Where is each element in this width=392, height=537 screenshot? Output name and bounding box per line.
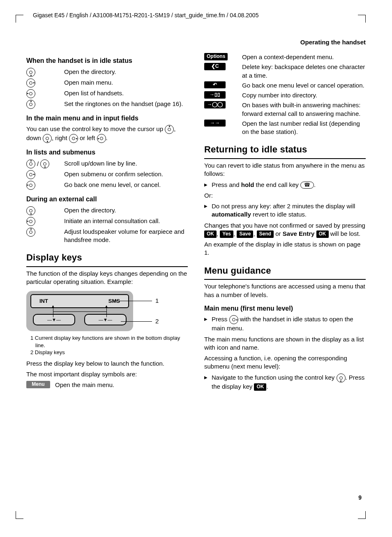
softkey-yes: Yes: [220, 230, 233, 238]
manual-page: Gigaset E45 / English / A31008-M1751-R20…: [0, 0, 392, 537]
softkey-save: Save: [237, 230, 253, 238]
control-key-icon: [69, 134, 78, 143]
t: Do not press any key: after 2 minutes th…: [212, 203, 355, 210]
softkey-send: Send: [257, 230, 274, 238]
header-slug: Gigaset E45 / English / A31008-M1751-R20…: [33, 12, 366, 19]
symbol-list: OptionsOpen a context-dependent menu.❮CD…: [204, 53, 366, 136]
callout-2: 2: [155, 317, 159, 325]
sub-idle: When the handset is in idle status: [26, 56, 188, 65]
callout-line: [121, 321, 152, 322]
softkey-ok: OK: [316, 230, 329, 238]
desc: On bases with built-in answering machine…: [242, 101, 366, 118]
control-key-icon: [97, 134, 106, 143]
t: will be lost.: [330, 230, 360, 237]
bullet-list: Press and hold the end call key ☎.: [204, 181, 366, 189]
desc: Go back one menu level, or cancel.: [64, 181, 188, 189]
list-item: Open the directory.: [26, 68, 188, 77]
list-item: →▯▯Copy number into directory.: [204, 91, 366, 99]
control-key-icon: [26, 181, 35, 190]
desc: Open main menu.: [64, 78, 188, 87]
list-item: / Scroll up/down line by line.: [26, 159, 188, 168]
softkey-ok: OK: [254, 383, 266, 391]
list-item: ❮CDelete key: backspace deletes one char…: [204, 63, 366, 80]
desc: Delete key: backspace deletes one charac…: [242, 63, 366, 80]
return-or: Or:: [204, 191, 366, 200]
mainmenu-para: You can use the control key to move the …: [26, 125, 188, 143]
control-key-icon: [26, 170, 35, 179]
menu-p1: Your telephone's functions are accessed …: [204, 282, 366, 299]
softkey-icon: Options: [204, 53, 228, 60]
fignote-1: 1 Current display key functions are show…: [30, 334, 188, 349]
control-key-icon: [229, 315, 238, 324]
control-key-icon: [43, 134, 52, 143]
desc: Initiate an internal consultation call.: [64, 217, 188, 225]
list-item: OptionsOpen a context-dependent menu.: [204, 53, 366, 61]
t: Press: [212, 316, 229, 323]
t: You can use the control key to move the …: [26, 125, 165, 132]
lcd-bar: INT SMS: [30, 294, 129, 308]
return-p3: An example of the display in idle status…: [204, 240, 366, 257]
display-key-left: —▼—: [33, 314, 75, 325]
t: Press and: [212, 181, 241, 188]
t: hold: [241, 181, 254, 188]
left-column: When the handset is in idle status Open …: [26, 51, 188, 393]
callout-1: 1: [155, 297, 159, 305]
figure-notes: 1 Current display key functions are show…: [30, 334, 188, 356]
menu-p3: Accessing a function, i.e. opening the c…: [204, 354, 366, 371]
desc: Open the directory.: [64, 68, 188, 76]
t: the end call key: [254, 181, 300, 188]
t: revert to idle status.: [251, 211, 307, 218]
desc: Go back one menu level or cancel operati…: [242, 81, 366, 90]
sub-call: During an external call: [26, 195, 188, 204]
bullet: Navigate to the function using the contr…: [204, 373, 366, 391]
callout-line: [113, 301, 152, 301]
bullet-list: Press with the handset in idle status to…: [204, 315, 366, 332]
control-key-icon: [26, 68, 35, 77]
desc: Copy number into directory.: [242, 91, 366, 99]
control-key-icon: [26, 159, 35, 168]
desc: Adjust loudspeaker volume for earpiece a…: [64, 228, 188, 244]
softkey-menu: Menu: [26, 381, 50, 388]
device-illustration: INT SMS —▼— —▼— 1: [26, 291, 133, 331]
control-key-icon: [337, 373, 346, 383]
save-entry-label: Save Entry: [283, 230, 315, 237]
control-key-icon: [26, 228, 35, 237]
list-item: ↶Go back one menu level or cancel operat…: [204, 81, 366, 90]
display-para-3: The most important display symbols are:: [26, 370, 188, 378]
section-return-idle: Returning to idle status: [204, 143, 366, 159]
sub-mainmenu: In the main menu and in input fields: [26, 114, 188, 123]
page-number: 9: [358, 494, 362, 502]
t: , right: [52, 134, 69, 141]
menu-p2: The main menu functions are shown in the…: [204, 335, 366, 352]
return-p1: You can revert to idle status from anywh…: [204, 161, 366, 178]
desc: Scroll up/down line by line.: [64, 159, 188, 168]
list-item: Menu Open the main menu.: [26, 381, 188, 389]
crop-mark: [358, 15, 366, 23]
softkey-icon: ❮C: [204, 63, 226, 70]
control-key-icon: [26, 100, 35, 109]
desc: Open list of handsets.: [64, 89, 188, 97]
bullet-list: Navigate to the function using the contr…: [204, 373, 366, 391]
lcd-left: INT: [39, 297, 48, 305]
control-key-icon: [165, 125, 174, 134]
crop-mark: [16, 15, 23, 23]
crop-mark: [358, 511, 366, 519]
bullet: Do not press any key: after 2 minutes th…: [204, 202, 366, 219]
callout-line: [53, 311, 106, 312]
bullet-list: Do not press any key: after 2 minutes th…: [204, 202, 366, 219]
list-item: →→Open the last number redial list (depe…: [204, 120, 366, 136]
two-column-layout: When the handset is in idle status Open …: [26, 51, 366, 393]
return-p2: Changes that you have not confirmed or s…: [204, 221, 366, 238]
desc: Set the ringtones on the handset (page 1…: [64, 100, 188, 108]
display-key-right: —▼—: [84, 314, 127, 325]
control-key-icon: [26, 89, 35, 98]
list-item: Initiate an internal consultation call.: [26, 217, 188, 226]
bullet: Press with the handset in idle status to…: [204, 315, 366, 332]
section-menu-guidance: Menu guidance: [204, 265, 366, 280]
fignote-2: 2 Display keys: [30, 349, 188, 356]
display-keys-figure: INT SMS —▼— —▼— 1: [26, 291, 188, 331]
softkey-icon: →▯▯: [204, 91, 226, 99]
control-key-icon: [26, 217, 35, 226]
desc: Open the directory.: [64, 206, 188, 214]
end-call-key-icon: ☎: [300, 182, 314, 188]
